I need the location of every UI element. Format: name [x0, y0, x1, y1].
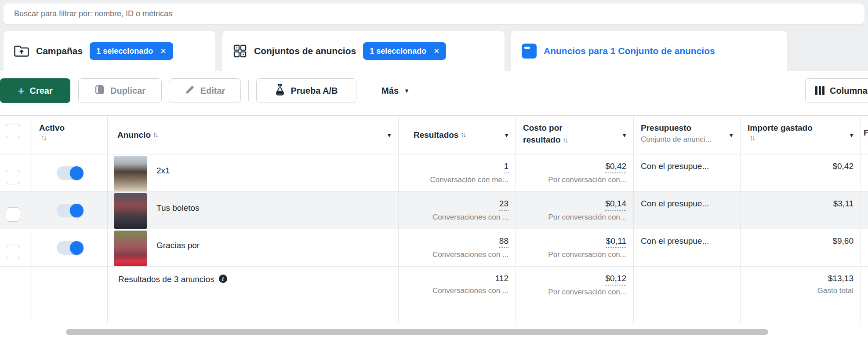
- cost-sublabel: Por conversación con...: [523, 211, 626, 224]
- row-active-cell: [32, 154, 108, 193]
- active-toggle[interactable]: [57, 241, 83, 255]
- cost-value[interactable]: $0,11: [606, 235, 626, 248]
- row-checkbox[interactable]: [6, 170, 20, 184]
- sort-icon[interactable]: ↑↓: [151, 131, 157, 139]
- partial-cell: [861, 192, 868, 230]
- budget-cell: Con el presupue...: [634, 154, 741, 193]
- grid-icon: [233, 44, 247, 58]
- sort-icon[interactable]: ↑↓: [458, 131, 465, 139]
- tab-campaigns[interactable]: Campañas 1 seleccionado ✕: [4, 31, 215, 71]
- footer-active-cell: [32, 267, 108, 323]
- folder-arrow-icon: [14, 44, 29, 58]
- tab-ads[interactable]: Anuncios para 1 Conjunto de anuncios: [511, 31, 787, 71]
- tab-adsets[interactable]: Conjuntos de anuncios 1 seleccionado ✕: [222, 31, 505, 71]
- table-header-row: Activo ↑↓ Anuncio ↑↓ ▼ Resultados ↑↓ ▼ C…: [0, 115, 868, 154]
- results-cell: 23 Conversaciones con ...: [399, 192, 516, 230]
- duplicate-button[interactable]: Duplicar: [78, 78, 162, 103]
- spent-cell: $0,42: [741, 154, 861, 193]
- sort-icon[interactable]: ↑↓: [39, 134, 100, 143]
- ad-name[interactable]: Tus boletos: [156, 203, 200, 213]
- flask-icon: [275, 84, 285, 98]
- footer-summary-cell: Resultados de 3 anuncios i: [108, 267, 399, 323]
- cost-sublabel: Por conversación con...: [523, 248, 626, 261]
- spent-cell: $9,60: [741, 229, 861, 268]
- chevron-down-icon[interactable]: ▼: [386, 132, 392, 139]
- footer-spent-cell: $13,13 Gasto total: [741, 267, 861, 323]
- badge-text: 1 seleccionado: [370, 47, 426, 56]
- tab-ads-label: Anuncios para 1 Conjunto de anuncios: [544, 46, 715, 56]
- header-results[interactable]: Resultados ↑↓ ▼: [399, 116, 516, 154]
- close-icon[interactable]: ✕: [160, 47, 166, 56]
- ad-cell[interactable]: 2x1: [108, 154, 399, 193]
- ad-cell[interactable]: Gracias por: [108, 229, 399, 268]
- tab-adsets-label: Conjuntos de anuncios: [254, 46, 356, 56]
- horizontal-scrollbar[interactable]: [66, 329, 768, 335]
- header-spent[interactable]: Importe gastado ↑↓ ▼: [741, 116, 861, 154]
- adsets-selected-badge[interactable]: 1 seleccionado ✕: [363, 42, 446, 60]
- create-button[interactable]: + Crear: [0, 78, 70, 103]
- select-all-checkbox[interactable]: [6, 124, 20, 138]
- chevron-down-icon[interactable]: ▼: [849, 132, 854, 139]
- chevron-down-icon[interactable]: ▼: [621, 132, 627, 139]
- sort-icon[interactable]: ↑↓: [561, 136, 567, 144]
- cost-cell: $0,14 Por conversación con...: [516, 192, 634, 230]
- badge-text: 1 seleccionado: [96, 47, 153, 56]
- table-row: Gracias por 88 Conversaciones con ... $0…: [0, 229, 868, 266]
- results-value[interactable]: 1: [504, 161, 508, 173]
- header-cost[interactable]: Costo por resultado↑↓ ▼: [516, 116, 634, 154]
- chevron-down-icon[interactable]: ▼: [728, 132, 734, 139]
- results-sublabel: Conversación con me...: [406, 173, 508, 187]
- columns-icon: [815, 86, 824, 95]
- header-budget[interactable]: Presupuesto Conjunto de anunci... ▼: [634, 116, 741, 154]
- sort-icon[interactable]: ↑↓: [748, 134, 853, 143]
- filter-search-bar[interactable]: [4, 4, 864, 24]
- cost-value[interactable]: $0,14: [605, 198, 626, 211]
- more-button[interactable]: Más ▼: [371, 78, 420, 103]
- ad-thumbnail: [114, 231, 147, 266]
- ad-name[interactable]: Gracias por: [156, 241, 200, 250]
- table-row: 2x1 1 Conversación con me... $0,42 Por c…: [0, 154, 868, 191]
- ads-table: Activo ↑↓ Anuncio ↑↓ ▼ Resultados ↑↓ ▼ C…: [0, 115, 868, 323]
- results-value[interactable]: 23: [499, 198, 508, 211]
- row-checkbox[interactable]: [6, 245, 20, 259]
- footer-budget-cell: [634, 267, 741, 323]
- header-checkbox-cell: [0, 116, 32, 154]
- columns-label: Columnas: [830, 86, 868, 96]
- toggle-knob: [70, 204, 84, 217]
- table-row: Tus boletos 23 Conversaciones con ... $0…: [0, 191, 868, 229]
- row-active-cell: [32, 192, 108, 230]
- info-icon[interactable]: i: [219, 275, 227, 283]
- close-icon[interactable]: ✕: [433, 47, 439, 56]
- edit-button[interactable]: Editar: [169, 78, 241, 103]
- ad-cell[interactable]: Tus boletos: [108, 192, 399, 230]
- cost-value[interactable]: $0,42: [605, 161, 626, 173]
- results-value[interactable]: 88: [499, 235, 508, 248]
- chevron-down-icon[interactable]: ▼: [504, 132, 509, 139]
- ad-name[interactable]: 2x1: [156, 166, 170, 176]
- toolbar-divider: [248, 80, 249, 101]
- cost-value[interactable]: $0,12: [605, 273, 626, 286]
- edit-label: Editar: [200, 86, 225, 96]
- ab-test-button[interactable]: Prueba A/B: [256, 78, 356, 103]
- create-label: Crear: [29, 86, 52, 96]
- row-checkbox-cell: [0, 229, 32, 268]
- ab-test-label: Prueba A/B: [291, 86, 338, 96]
- search-input[interactable]: [4, 9, 864, 18]
- footer-checkbox-cell: [0, 267, 32, 323]
- budget-cell: Con el presupue...: [634, 229, 741, 268]
- header-active[interactable]: Activo ↑↓: [32, 116, 108, 154]
- row-checkbox[interactable]: [6, 207, 20, 222]
- cost-cell: $0,11 Por conversación con...: [516, 229, 634, 268]
- columns-button[interactable]: Columnas: [805, 78, 868, 103]
- header-partial-next-column: F: [861, 116, 868, 154]
- ad-thumbnail: [114, 156, 147, 191]
- row-active-cell: [32, 229, 108, 268]
- plus-icon: +: [18, 85, 24, 96]
- row-checkbox-cell: [0, 154, 32, 193]
- active-toggle[interactable]: [57, 166, 83, 180]
- active-toggle[interactable]: [57, 204, 83, 217]
- table-totals-row: Resultados de 3 anuncios i 112 Conversac…: [0, 266, 868, 323]
- header-ad[interactable]: Anuncio ↑↓ ▼: [108, 116, 399, 154]
- campaigns-selected-badge[interactable]: 1 seleccionado ✕: [90, 42, 173, 60]
- results-sublabel: Conversaciones con ...: [406, 211, 508, 224]
